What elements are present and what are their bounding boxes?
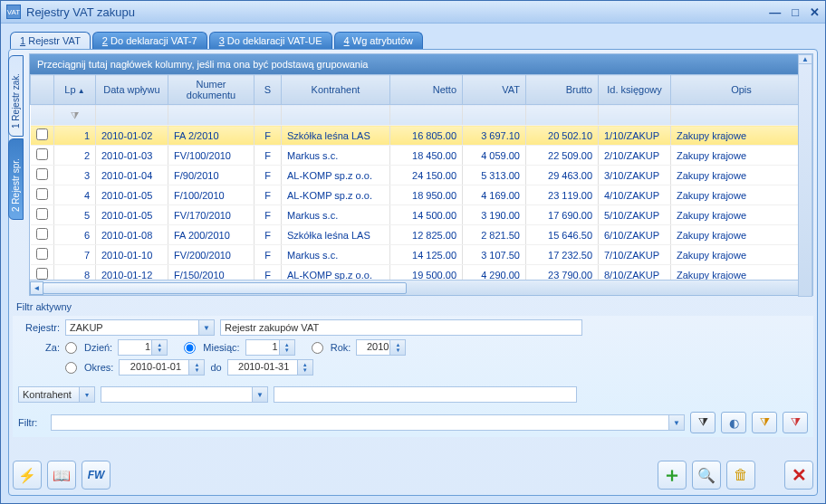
- col-vat[interactable]: VAT: [463, 75, 526, 105]
- x-icon: ✕: [792, 464, 807, 486]
- search-button[interactable]: 🔍: [692, 461, 721, 490]
- registry-combo[interactable]: ZAKUP▼: [65, 319, 215, 336]
- cell-numer: FA 200/2010: [168, 225, 255, 245]
- row-checkbox[interactable]: [36, 128, 48, 140]
- registry-desc-input[interactable]: [220, 319, 582, 336]
- table-row[interactable]: 82010-01-12F/150/2010FAL-KOMP sp.z o.o.1…: [31, 265, 812, 281]
- row-checkbox[interactable]: [36, 188, 48, 200]
- cell-brutto: 20 502.10: [526, 126, 599, 146]
- cell-opis: Zakupy krajowe: [671, 185, 812, 205]
- dzien-spinner[interactable]: 1▲▼: [118, 339, 168, 356]
- cell-id: 3/10/ZAKUP: [599, 166, 671, 185]
- tab-deklaracja-vat7[interactable]: 2 Do deklaracji VAT-7: [92, 32, 207, 49]
- window-title: Rejestry VAT zakupu: [26, 5, 135, 19]
- col-opis[interactable]: Opis: [671, 75, 812, 105]
- do-label: do: [210, 362, 221, 373]
- plus-icon: ＋: [662, 461, 682, 489]
- col-brutto[interactable]: Brutto: [526, 75, 599, 105]
- radio-rok[interactable]: [312, 342, 323, 354]
- cell-netto: 16 805.00: [390, 126, 463, 146]
- radio-dzien[interactable]: [65, 342, 77, 354]
- scroll-up-arrow[interactable]: ▲: [799, 55, 812, 64]
- row-checkbox[interactable]: [36, 228, 48, 240]
- row-checkbox[interactable]: [36, 168, 48, 180]
- add-button[interactable]: ＋: [658, 461, 687, 490]
- close-panel-button[interactable]: ✕: [784, 461, 813, 490]
- radio-miesiac[interactable]: [184, 342, 196, 354]
- autofilter-row[interactable]: ⧩: [31, 105, 812, 126]
- table-row[interactable]: 32010-01-04F/90/2010FAL-KOMP sp.z o.o.24…: [31, 166, 812, 185]
- table-row[interactable]: 52010-01-05FV/170/2010FMarkus s.c.14 500…: [31, 205, 812, 225]
- row-checkbox[interactable]: [36, 148, 48, 160]
- close-button[interactable]: ✕: [810, 5, 820, 19]
- cell-netto: 24 150.00: [390, 166, 463, 185]
- cell-s: F: [255, 126, 282, 146]
- table-row[interactable]: 22010-01-03FV/100/2010FMarkus s.c.18 450…: [31, 146, 812, 166]
- scroll-thumb[interactable]: [43, 282, 407, 294]
- cell-data: 2010-01-03: [96, 146, 168, 166]
- miesiac-spinner[interactable]: 1▲▼: [245, 339, 295, 356]
- cell-vat: 3 697.10: [463, 126, 526, 146]
- fw-button[interactable]: FW: [82, 461, 110, 490]
- filter-clear-button[interactable]: ⧩: [783, 412, 808, 433]
- cell-lp: 6: [54, 225, 96, 245]
- cell-vat: 4 169.00: [463, 185, 526, 205]
- spinner-arrows-icon: ▲▼: [279, 340, 294, 355]
- filter-expression-combo[interactable]: ▼: [51, 414, 685, 431]
- cell-s: F: [255, 265, 282, 281]
- group-by-bar[interactable]: Przeciągnij tutaj nagłówek kolumny, jeśl…: [30, 54, 812, 74]
- row-checkbox[interactable]: [36, 248, 48, 260]
- col-numer[interactable]: Numer dokumentu: [168, 75, 255, 105]
- okres-to-date[interactable]: 2010-01-31▲▼: [227, 359, 313, 376]
- vtab-rejestr-zak[interactable]: 1 Rejestr zak.: [8, 55, 24, 137]
- cell-opis: Zakupy krajowe: [671, 225, 812, 245]
- row-checkbox[interactable]: [36, 268, 48, 280]
- cell-netto: 14 500.00: [390, 205, 463, 225]
- col-netto[interactable]: Netto: [390, 75, 463, 105]
- col-lp[interactable]: Lp: [54, 75, 96, 105]
- radio-okres[interactable]: [65, 362, 77, 374]
- bottom-toolbar: ⚡ 📖 FW ＋ 🔍 🗑 ✕: [13, 459, 813, 491]
- kontrahent-button[interactable]: Kontrahent▾: [18, 386, 95, 403]
- dzien-label: Dzień:: [84, 342, 112, 353]
- col-s[interactable]: S: [255, 75, 282, 105]
- tab-rejestr-vat[interactable]: 1 Rejestr VAT: [10, 32, 91, 49]
- filter-apply-button[interactable]: ⧩: [690, 412, 716, 433]
- scroll-left-arrow[interactable]: ◄: [30, 281, 43, 295]
- funnel-edit-icon: ⧩: [760, 415, 770, 430]
- minimize-button[interactable]: —: [769, 5, 781, 19]
- col-data[interactable]: Data wpływu: [96, 75, 168, 105]
- tab-deklaracja-vatue[interactable]: 3 Do deklaracji VAT-UE: [209, 32, 332, 49]
- lightning-icon: ⚡: [18, 467, 36, 484]
- maximize-button[interactable]: □: [792, 5, 799, 19]
- filter-icon[interactable]: ⧩: [54, 105, 96, 126]
- table-row[interactable]: 72010-01-10FV/200/2010FMarkus s.c.14 125…: [31, 245, 812, 265]
- col-id[interactable]: Id. księgowy: [599, 75, 671, 105]
- cell-vat: 3 107.50: [463, 245, 526, 265]
- table-row[interactable]: 62010-01-08FA 200/2010FSzkółka leśna LAS…: [31, 225, 812, 245]
- cell-kontrahent: AL-KOMP sp.z o.o.: [282, 166, 390, 185]
- bucket-button[interactable]: 🗑: [726, 461, 755, 490]
- vertical-scrollbar[interactable]: ▲: [798, 54, 812, 297]
- cell-opis: Zakupy krajowe: [671, 265, 812, 281]
- table-row[interactable]: 12010-01-02FA 2/2010FSzkółka leśna LAS16…: [31, 126, 812, 146]
- filter-globe-button[interactable]: ◐: [721, 412, 746, 433]
- table-row[interactable]: 42010-01-05F/100/2010FAL-KOMP sp.z o.o.1…: [31, 185, 812, 205]
- lightning-button[interactable]: ⚡: [13, 461, 42, 490]
- okres-from-date[interactable]: 2010-01-01▲▼: [119, 359, 205, 376]
- col-kontrahent[interactable]: Kontrahent: [282, 75, 390, 105]
- cell-kontrahent: Szkółka leśna LAS: [282, 225, 390, 245]
- kontrahent-name-input[interactable]: [274, 386, 577, 403]
- row-checkbox[interactable]: [36, 208, 48, 220]
- tab-wg-atrybutow[interactable]: 4 Wg atrybutów: [334, 32, 423, 49]
- fw-icon: FW: [88, 469, 105, 481]
- kontrahent-code-combo[interactable]: ▼: [101, 386, 268, 403]
- grid-table: Lp Data wpływu Numer dokumentu S Kontrah…: [30, 74, 812, 280]
- horizontal-scrollbar[interactable]: ◄ ►: [30, 280, 812, 295]
- content-panel: 1 Rejestr zak. 2 Rejestr spr. Przeciągni…: [8, 49, 818, 496]
- rok-spinner[interactable]: 2010▲▼: [356, 339, 406, 356]
- vtab-rejestr-spr[interactable]: 2 Rejestr spr.: [8, 138, 24, 220]
- book-button[interactable]: 📖: [47, 461, 76, 490]
- col-checkbox[interactable]: [31, 75, 54, 105]
- filter-edit-button[interactable]: ⧩: [752, 412, 777, 433]
